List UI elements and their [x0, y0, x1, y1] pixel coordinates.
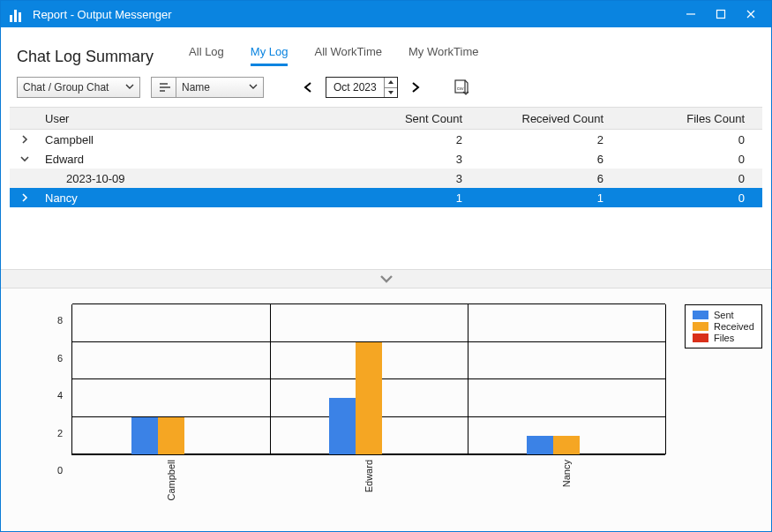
date-spinner[interactable]	[384, 78, 397, 97]
cell-user: Edward	[40, 153, 339, 166]
chart-panel: CampbellEdwardNancy 02468 Sent Received …	[1, 288, 771, 531]
date-picker[interactable]: Oct 2023	[326, 77, 398, 98]
y-tick-label: 0	[57, 465, 63, 476]
expand-icon[interactable]	[10, 135, 40, 144]
page-title: Chat Log Summary	[17, 48, 154, 66]
cell-files: 0	[621, 153, 762, 166]
chat-type-select[interactable]: Chat / Group Chat	[17, 77, 140, 98]
bar-recv	[553, 436, 580, 454]
col-files: Files Count	[621, 112, 762, 125]
legend-swatch-sent	[693, 311, 708, 319]
splitter-handle[interactable]	[1, 269, 771, 288]
sort-field-select[interactable]: Name	[176, 77, 264, 98]
table-header: User Sent Count Received Count Files Cou…	[10, 107, 762, 130]
col-user: User	[40, 112, 339, 125]
y-tick-label: 6	[57, 353, 63, 363]
titlebar: Report - Output Messenger	[1, 1, 771, 27]
svg-text:csv: csv	[457, 86, 464, 91]
bar-recv	[158, 417, 184, 455]
svg-rect-1	[717, 11, 725, 19]
tab-all-worktime[interactable]: All WorkTime	[314, 45, 382, 66]
chart: CampbellEdwardNancy 02468	[36, 304, 665, 470]
chat-type-value: Chat / Group Chat	[23, 81, 109, 94]
y-tick-label: 2	[57, 428, 63, 438]
legend-label: Files	[714, 333, 734, 343]
minimize-button[interactable]	[676, 1, 706, 27]
collapse-icon[interactable]	[10, 154, 40, 163]
cell-user: Campbell	[40, 133, 339, 146]
tab-my-worktime[interactable]: My WorkTime	[408, 45, 478, 66]
svg-marker-8	[388, 91, 393, 94]
spinner-up-icon[interactable]	[385, 78, 397, 88]
table-row[interactable]: Campbell 2 2 0	[10, 130, 762, 149]
tab-all-log[interactable]: All Log	[189, 45, 224, 66]
tab-my-log[interactable]: My Log	[251, 45, 289, 66]
header: Chat Log Summary All Log My Log All Work…	[1, 27, 771, 66]
col-received: Received Count	[480, 112, 621, 125]
y-tick-label: 8	[57, 315, 63, 326]
export-csv-button[interactable]: csv	[453, 79, 470, 96]
chevron-down-icon	[125, 81, 134, 94]
cell-sent: 3	[339, 172, 480, 185]
table-row-child[interactable]: 2023-10-09 3 6 0	[10, 169, 762, 188]
chevron-down-icon	[249, 81, 258, 94]
bar-sent	[527, 436, 553, 454]
cell-received: 1	[480, 191, 621, 205]
y-tick-label: 4	[57, 390, 63, 401]
x-tick-label: Nancy	[561, 460, 572, 487]
cell-files: 0	[621, 133, 762, 146]
cell-received: 2	[480, 133, 621, 146]
legend-swatch-received	[693, 322, 708, 331]
table-row[interactable]: Edward 3 6 0	[10, 149, 762, 169]
cell-received: 6	[480, 172, 621, 185]
gridline	[270, 304, 271, 454]
cell-sent: 2	[339, 133, 480, 146]
col-sent: Sent Count	[339, 112, 480, 125]
close-button[interactable]	[736, 1, 766, 27]
sort-group: Name	[151, 77, 264, 98]
legend-swatch-files	[693, 333, 708, 342]
sort-icon[interactable]	[151, 77, 176, 98]
cell-files: 0	[621, 172, 762, 185]
x-tick-label: Edward	[364, 460, 374, 492]
cell-files: 0	[621, 191, 762, 205]
app-icon	[10, 6, 26, 22]
cell-received: 6	[480, 153, 621, 166]
next-month-button[interactable]	[408, 81, 423, 94]
cell-sent: 3	[339, 153, 480, 166]
tabs: All Log My Log All WorkTime My WorkTime	[189, 38, 478, 66]
table-row-selected[interactable]: Nancy 1 1 0	[10, 188, 762, 207]
x-tick-label: Campbell	[166, 460, 176, 500]
gridline	[468, 304, 468, 454]
chevron-down-icon	[379, 273, 393, 284]
maximize-button[interactable]	[706, 1, 736, 27]
gridline	[665, 304, 666, 454]
cell-sent: 1	[339, 191, 480, 205]
spinner-down-icon[interactable]	[385, 88, 397, 98]
date-value: Oct 2023	[326, 81, 384, 94]
cell-user: 2023-10-09	[40, 172, 339, 185]
bar-recv	[356, 342, 382, 455]
gridline	[72, 303, 665, 304]
toolbar: Chat / Group Chat Name Oct 2023	[1, 66, 771, 107]
legend-label: Sent	[714, 310, 734, 320]
chart-legend: Sent Received Files	[685, 304, 762, 348]
cell-user: Nancy	[40, 191, 339, 205]
legend-label: Received	[714, 321, 754, 332]
log-table: User Sent Count Received Count Files Cou…	[10, 107, 762, 207]
bar-sent	[329, 398, 356, 454]
sort-field-value: Name	[182, 81, 210, 94]
svg-marker-7	[388, 80, 393, 84]
prev-month-button[interactable]	[301, 81, 315, 94]
expand-icon[interactable]	[10, 193, 40, 202]
bar-sent	[131, 417, 158, 455]
window-title: Report - Output Messenger	[33, 8, 676, 21]
